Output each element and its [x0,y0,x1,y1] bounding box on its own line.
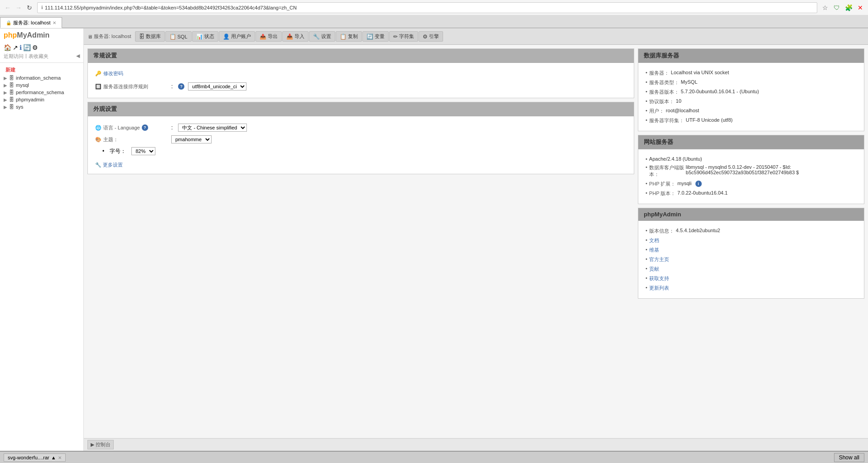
taskbar-down-arrow: ▲ [51,455,56,460]
logo-php: php [4,31,17,39]
sidebar-item-phpmyadmin[interactable]: ▶ 🗄 phpmyadmin [0,96,83,103]
console-button[interactable]: ▶ 控制台 [87,440,114,449]
contribute-link[interactable]: 贡献 [649,266,659,272]
tab-replication-label: 复制 [348,33,358,40]
reload-button[interactable]: ↻ [24,3,34,13]
help-icon[interactable]: ? [178,83,184,90]
db-server-title: 数据库服务器 [644,52,679,59]
lang-separator: : [171,124,173,131]
bullet: • [646,181,647,186]
sidebar-item-mysql[interactable]: ▶ 🗄 mysql [0,81,83,89]
php-ext-info-icon[interactable]: i [695,181,702,187]
pma-support-item: • 获取支持 [646,274,857,283]
db-server-content: • 服务器： Localhost via UNIX socket • 服务器类型… [638,63,864,131]
bullet-dot: • [102,148,104,154]
recent-link[interactable]: 近期访问 [4,53,24,60]
info-circle-icon[interactable]: ℹ [19,44,22,51]
language-help-icon[interactable]: ? [142,124,148,131]
server-breadcrumb: 🖥 服务器: localhost [87,33,131,40]
tab-close-button[interactable]: ✕ [53,20,56,25]
homepage-link[interactable]: 官方主页 [649,256,669,263]
tab-db-label: 数据库 [146,33,161,40]
db-icon: 🗄 [9,75,14,81]
db-server-item-5: • 服务器字符集： UTF-8 Unicode (utf8) [646,116,857,125]
bottom-bar: ▶ 控制台 [84,438,868,451]
support-link[interactable]: 获取支持 [649,275,669,282]
replication-tab-icon: 📋 [340,33,347,40]
arrow-icon[interactable]: ↗ [13,44,18,51]
db-server-section: 数据库服务器 • 服务器： Localhost via UNIX socket … [638,48,864,131]
nav-buttons: ← → ↻ [3,3,34,13]
taskbar-left: svg-wonderfu....rar ▲ ✕ [4,453,66,462]
home-icon[interactable]: 🏠 [4,44,11,51]
import-tab-icon: 📥 [286,33,293,40]
theme-select[interactable]: pmahomme [171,135,212,143]
server-icon: 🖥 [87,34,92,39]
web-server-section: 网站服务器 • Apache/2.4.18 (Ubuntu) • 数据库客户端版… [638,135,864,204]
db-name: phpmyadmin [16,97,44,102]
wiki-link[interactable]: 维基 [649,247,659,253]
general-settings-title: 常规设置 [93,52,117,59]
tab-charset[interactable]: ✏ 字符集 [389,31,418,42]
tab-database[interactable]: 🗄 数据库 [135,31,165,42]
tab-import[interactable]: 📥 导入 [282,31,309,42]
sql-tab-icon: 📋 [169,33,176,40]
expand-arrow: ▶ [4,90,7,95]
collapse-icon[interactable]: ◀ [76,53,80,60]
db-icon: 🗄 [9,104,14,110]
collation-select[interactable]: utf8mb4_unicode_ci [188,82,246,91]
back-button[interactable]: ← [3,3,13,13]
web-server-item-3: • PHP 版本： 7.0.22-0ubuntu16.04.1 [646,189,857,198]
taskbar-close-icon[interactable]: ✕ [58,455,62,460]
settings-gear-icon[interactable]: ⚙ [32,44,38,51]
change-password-link[interactable]: 修改密码 [103,70,123,77]
bullet: • [646,156,647,162]
pma-changelog-item: • 更新列表 [646,283,857,293]
db-name: mysql [16,82,29,88]
export-tab-icon: 📤 [260,33,266,40]
bullet: • [646,164,647,170]
tab-engines[interactable]: ⚙ 引擎 [419,31,443,42]
appearance-settings-title: 外观设置 [93,105,117,112]
tab-status[interactable]: 📊 状态 [192,31,218,42]
tab-replication[interactable]: 📋 复制 [336,31,362,42]
more-settings-link[interactable]: 🔧 更多设置 [95,162,627,168]
new-database-button[interactable]: 新建 [0,66,83,74]
db-server-item-2: • 服务器版本： 5.7.20-0ubuntu0.16.04.1 - (Ubun… [646,87,857,97]
db-icon: 🗄 [9,97,14,102]
changelog-link[interactable]: 更新列表 [649,285,669,291]
sidebar-item-information-schema[interactable]: ▶ 🗄 information_schema [0,74,83,81]
security-icon[interactable]: 🛡 [832,3,842,13]
extension-icon[interactable]: 🧩 [844,3,854,13]
taskbar-item[interactable]: svg-wonderfu....rar ▲ ✕ [4,453,66,462]
fontsize-select[interactable]: 82% [131,147,155,155]
active-tab[interactable]: 🔒 服务器: localhost ✕ [0,17,62,28]
forward-button[interactable]: → [14,3,24,13]
left-panel: 常规设置 🔑 修改密码 🔲 服务器连接排序规则 : [87,48,634,434]
refresh-icon[interactable]: 🔄 [23,44,31,51]
bookmark-button[interactable]: ☆ [820,3,830,13]
tab-settings[interactable]: 🔧 设置 [309,31,335,42]
show-all-button[interactable]: Show all [834,453,864,462]
tab-users[interactable]: 👤 用户账户 [219,31,255,42]
tab-sql[interactable]: 📋 SQL [165,31,192,42]
new-label: 新建 [5,67,15,73]
sidebar-item-performance-schema[interactable]: ▶ 🗄 performance_schema [0,89,83,96]
language-select[interactable]: 中文 - Chinese simplified [178,124,247,132]
url-text: 111.114.112.55/phpmyadmin/index.php?db=&… [45,5,813,10]
sidebar-item-sys[interactable]: ▶ 🗄 sys [0,103,83,110]
tab-sql-label: SQL [178,34,188,39]
close-extension-icon[interactable]: ✕ [855,3,865,13]
language-label: 语言 - Language [103,124,140,131]
key-icon: 🔑 [95,71,101,76]
docs-link[interactable]: 文档 [649,237,659,244]
theme-label: 主题： [103,136,118,143]
bookmarks-link[interactable]: 表收藏夹 [29,53,48,60]
tab-variables[interactable]: 🔄 变量 [362,31,389,42]
web-server-header: 网站服务器 [638,135,864,149]
appearance-settings-header: 外观设置 [88,102,634,116]
tab-export[interactable]: 📤 导出 [256,31,282,42]
phpmyadmin-logo: phpMyAdmin [4,31,49,39]
address-bar[interactable]: ℹ 111.114.112.55/phpmyadmin/index.php?db… [37,2,817,13]
lock-icon: ℹ [41,5,43,10]
